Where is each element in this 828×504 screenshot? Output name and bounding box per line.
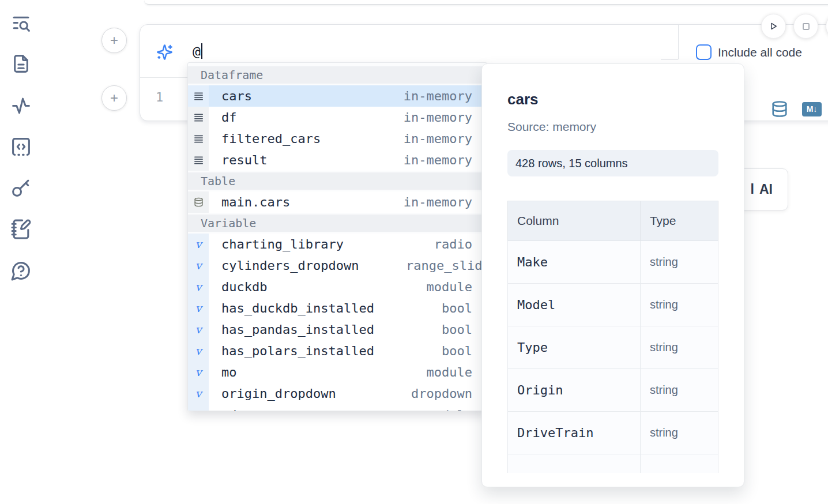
autocomplete-item-main.cars[interactable]: main.carsin-memory [188,191,487,213]
v-icon: v [188,276,209,298]
add-cell-button-bottom[interactable]: + [101,85,127,111]
completion-type: bool [442,319,487,340]
autocomplete-item-pd[interactable]: vpdmodule [188,404,487,411]
help-chat-icon[interactable] [10,260,32,281]
schema-column-type: string [640,241,718,284]
add-cell-button-top[interactable]: + [101,28,127,53]
markdown-export-icon[interactable]: M↓ [802,102,822,116]
completion-name: result [209,149,267,171]
completion-name: mo [209,362,237,383]
v-icon: v [188,234,209,255]
completion-name: origin_dropdown [209,383,336,404]
ai-prompt-input[interactable]: @ [193,43,202,59]
completion-name: cars [209,85,252,107]
schema-header-type: Type [640,201,718,241]
completion-name: main.cars [209,191,290,213]
schema-column-name: DriveTrain [508,412,641,454]
autocomplete-item-cylinders_dropdown[interactable]: vcylinders_dropdownrange_slider [188,255,487,276]
autocomplete-item-mo[interactable]: vmomodule [188,362,487,383]
autocomplete-item-cars[interactable]: carsin-memory [188,85,487,107]
completion-type: in-memory [404,128,487,149]
play-icon [767,20,780,32]
autocomplete-section-header: Table [188,172,487,190]
autocomplete-item-charting_library[interactable]: vcharting_libraryradio [188,234,487,255]
activity-icon[interactable] [10,95,32,116]
completion-type: in-memory [404,149,487,171]
rows-icon [188,85,209,107]
text-cursor [201,43,202,59]
stop-cell-button[interactable] [793,14,818,39]
v-icon: v [188,340,209,362]
schema-row: DriveTrainstring [508,412,718,454]
completion-type: dropdown [411,383,487,404]
preview-title: cars [507,91,718,108]
schema-table-wrap: Column Type MakestringModelstringTypestr… [507,201,718,473]
rows-icon [188,149,209,171]
schema-column-name: Origin [508,369,641,412]
completion-name: filtered_cars [209,128,321,149]
completion-name: cylinders_dropdown [209,255,359,276]
completion-type: range_slider [406,255,487,276]
ai-button-clipped-text: l [751,182,754,197]
database-icon[interactable] [771,99,788,119]
schema-row: Modelstring [508,284,718,326]
autocomplete-item-has_duckdb_installed[interactable]: vhas_duckdb_installedbool [188,298,487,319]
schema-header-column: Column [508,201,641,241]
v-icon: v [188,404,209,411]
completion-type: in-memory [404,85,487,107]
schema-row: Typestring [508,326,718,369]
autocomplete-item-has_pandas_installed[interactable]: vhas_pandas_installedbool [188,319,487,340]
schema-row [508,454,718,473]
v-icon: v [188,319,209,340]
completion-type: radio [434,234,487,255]
activity-sidebar [0,0,42,504]
completion-name: has_pandas_installed [209,319,374,340]
ai-button-label: AI [759,182,773,197]
marimo-notebook: { "colors": { "accent_blue": "#3b82f6", … [0,0,828,504]
autocomplete-section-header: Variable [188,215,487,232]
file-text-icon[interactable] [10,53,32,74]
completion-name: charting_library [209,234,344,255]
include-all-code-label[interactable]: Include all code [718,46,802,59]
autocomplete-item-result[interactable]: resultin-memory [188,149,487,171]
completion-type: bool [442,298,487,319]
completion-type: in-memory [404,191,487,213]
schema-column-type: string [640,326,718,369]
list-search-icon[interactable] [10,12,32,33]
schema-column-type: string [640,369,718,412]
v-icon: v [188,255,209,276]
previous-cell-edge [144,0,828,5]
autocomplete-item-duckdb[interactable]: vduckdbmodule [188,276,487,298]
autocomplete-item-origin_dropdown[interactable]: vorigin_dropdowndropdown [188,383,487,404]
completion-name: pd [209,404,237,411]
database-icon [188,191,209,213]
notebook-pen-icon[interactable] [10,219,32,240]
completion-type: module [427,404,487,411]
prompt-divider [678,25,679,59]
extra-control-button[interactable] [826,14,828,39]
autocomplete-item-has_polars_installed[interactable]: vhas_polars_installedbool [188,340,487,362]
completion-type: in-memory [404,107,487,128]
completion-type: bool [442,340,487,362]
preview-shape-badge: 428 rows, 15 columns [507,150,718,176]
preview-source: Source: memory [507,120,718,134]
v-icon: v [188,383,209,404]
autocomplete-item-filtered_cars[interactable]: filtered_carsin-memory [188,128,487,149]
schema-row: Originstring [508,369,718,412]
autocomplete-section-header: Dataframe [188,66,487,84]
key-icon[interactable] [10,177,32,198]
schema-column-type: string [640,412,718,454]
include-all-code-checkbox[interactable] [696,44,712,60]
code-snippet-icon[interactable] [10,136,32,157]
sparkles-icon [156,44,173,61]
rows-icon [188,107,209,128]
schema-column-name: Type [508,326,641,369]
v-icon: v [188,362,209,383]
autocomplete-item-df[interactable]: dfin-memory [188,107,487,128]
autocomplete-popup: Dataframecarsin-memorydfin-memoryfiltere… [187,62,487,411]
schema-column-name: Make [508,241,641,284]
schema-column-name: Model [508,284,641,326]
run-cell-button[interactable] [761,14,786,39]
checkbox-panel-edge [661,59,678,60]
completion-type: module [427,276,487,298]
